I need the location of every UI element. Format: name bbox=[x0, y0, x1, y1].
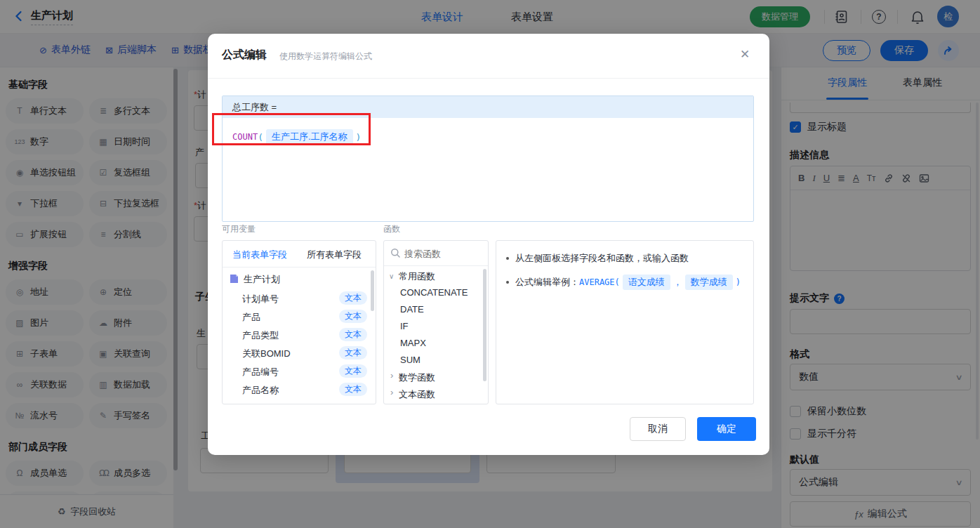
function-item[interactable]: SUM bbox=[400, 355, 421, 365]
field-type-badge: 文本 bbox=[339, 328, 367, 341]
function-item[interactable]: DATE bbox=[400, 304, 424, 315]
formula-function: COUNT bbox=[232, 132, 258, 142]
formula-editor[interactable]: 总工序数 = COUNT(生产工序.工序名称) bbox=[222, 95, 754, 222]
variables-scrollbar[interactable] bbox=[371, 270, 374, 311]
formula-edit-modal: 公式编辑 使用数学运算符编辑公式 ✕ 总工序数 = COUNT(生产工序.工序名… bbox=[208, 34, 769, 455]
example-chip: 数学成绩 bbox=[685, 275, 733, 290]
tab-current-form-fields[interactable]: 当前表单字段 bbox=[232, 249, 287, 261]
app-root: 生产计划 表单设计 表单设置 数据管理 ? 检 ⊘表单外链 ⊠后端脚本 ⊞数据权… bbox=[0, 0, 980, 528]
field-type-badge: 文本 bbox=[339, 310, 367, 323]
form-document-icon bbox=[230, 274, 239, 284]
variable-field-name[interactable]: 关联BOMID bbox=[242, 348, 291, 360]
tab-all-form-fields[interactable]: 所有表单字段 bbox=[307, 249, 362, 261]
search-icon bbox=[390, 248, 401, 258]
help-tip-2: 公式编辑举例：AVERAGE(语文成绩，数学成绩) bbox=[506, 275, 743, 290]
open-paren: ( bbox=[258, 132, 263, 143]
chevron-right-icon: › bbox=[390, 370, 393, 381]
variables-panel: 当前表单字段 所有表单字段 生产计划 计划单号 文本 产品 文本 产品类型 文本… bbox=[222, 240, 376, 404]
function-item[interactable]: CONCATENATE bbox=[400, 287, 468, 298]
modal-subtitle: 使用数学运算符编辑公式 bbox=[279, 51, 372, 62]
chevron-right-icon: › bbox=[390, 387, 393, 397]
function-item[interactable]: IF bbox=[400, 321, 409, 331]
form-node-label[interactable]: 生产计划 bbox=[244, 273, 280, 286]
variable-field-name[interactable]: 计划单号 bbox=[242, 293, 279, 305]
help-tip-1: 从左侧面板选择字段名和函数，或输入函数 bbox=[506, 252, 743, 265]
function-search-row bbox=[384, 241, 488, 266]
functions-label: 函数 bbox=[383, 223, 400, 235]
variable-field-name[interactable]: 产品类型 bbox=[242, 329, 279, 342]
function-group-common[interactable]: 常用函数 bbox=[399, 270, 435, 283]
variables-label: 可用变量 bbox=[222, 223, 256, 235]
field-type-badge: 文本 bbox=[339, 346, 367, 359]
cancel-button[interactable]: 取消 bbox=[630, 417, 686, 441]
functions-panel: ∨ 常用函数 CONCATENATE DATE IF MAPX SUM › 数学… bbox=[383, 240, 489, 404]
chevron-down-icon: ∨ bbox=[389, 272, 394, 280]
close-icon[interactable]: ✕ bbox=[740, 47, 750, 62]
formula-target: 总工序数 = bbox=[232, 101, 277, 114]
function-group-math[interactable]: 数学函数 bbox=[399, 371, 435, 384]
variables-tabs: 当前表单字段 所有表单字段 bbox=[223, 241, 376, 268]
confirm-button[interactable]: 确定 bbox=[697, 417, 756, 441]
modal-header-divider bbox=[208, 78, 769, 79]
formula-target-band: 总工序数 = bbox=[223, 96, 753, 118]
field-type-badge: 文本 bbox=[339, 383, 367, 396]
formula-expression[interactable]: COUNT(生产工序.工序名称) bbox=[223, 118, 753, 145]
field-type-badge: 文本 bbox=[339, 364, 367, 378]
example-prefix: 公式编辑举例： bbox=[515, 276, 579, 289]
field-chip[interactable]: 生产工序.工序名称 bbox=[266, 129, 353, 145]
example-chip: 语文成绩 bbox=[623, 275, 670, 290]
example-close-paren: ) bbox=[736, 277, 741, 287]
bullet-dot bbox=[506, 281, 509, 284]
bullet-dot bbox=[506, 257, 509, 260]
modal-title: 公式编辑 bbox=[222, 48, 267, 62]
example-comma: ， bbox=[673, 276, 682, 289]
formula-help-panel: 从左侧面板选择字段名和函数，或输入函数 公式编辑举例：AVERAGE(语文成绩，… bbox=[496, 240, 754, 404]
functions-scrollbar[interactable] bbox=[483, 269, 486, 381]
variable-field-name[interactable]: 产品名称 bbox=[242, 384, 279, 397]
example-function: AVERAGE( bbox=[579, 277, 620, 287]
variable-field-name[interactable]: 产品 bbox=[242, 311, 260, 324]
variable-field-name[interactable]: 产品编号 bbox=[242, 366, 279, 378]
close-paren: ) bbox=[356, 132, 362, 143]
function-item[interactable]: MAPX bbox=[400, 338, 426, 348]
function-group-text[interactable]: 文本函数 bbox=[399, 388, 435, 401]
field-type-badge: 文本 bbox=[339, 291, 367, 305]
search-function-input[interactable] bbox=[404, 245, 483, 262]
